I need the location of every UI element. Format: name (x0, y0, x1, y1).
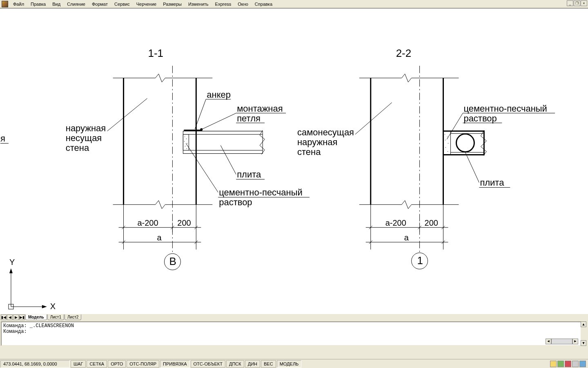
toggle-otrack[interactable]: ОТС-ОБЪЕКТ (191, 360, 225, 368)
hscroll-right[interactable]: ▶ (572, 339, 578, 344)
clipped-text: я (0, 133, 5, 144)
menu-modify[interactable]: Изменить (185, 1, 212, 7)
svg-point-41 (448, 143, 448, 144)
menu-help[interactable]: Справка (252, 1, 276, 7)
tab-nav-next[interactable]: ▶ (13, 314, 19, 320)
svg-point-39 (447, 137, 448, 137)
svg-line-51 (465, 153, 479, 183)
svg-point-44 (456, 134, 474, 152)
vscroll-up[interactable]: ▲ (581, 321, 586, 327)
svg-point-10 (185, 137, 185, 137)
svg-line-20 (201, 113, 236, 130)
svg-line-47 (355, 103, 392, 135)
cleanscreen-icon[interactable] (579, 361, 586, 367)
toggle-ducs[interactable]: ДПСК (226, 360, 244, 368)
menu-express[interactable]: Express (212, 1, 235, 7)
label-anchor: анкер (207, 90, 231, 100)
toggle-snap[interactable]: ШАГ (71, 360, 86, 368)
label-loop-l1: монтажная (237, 103, 283, 114)
tab-sheet1[interactable]: Лист1 (47, 314, 64, 320)
ucs-icon: Y X (9, 258, 56, 311)
close-button[interactable]: × (581, 0, 587, 6)
label-mortar-22-l1: цементно-песчаный (463, 103, 547, 114)
menu-window[interactable]: Окно (234, 1, 252, 7)
svg-point-11 (186, 139, 187, 139)
dim-200-11: 200 (177, 218, 191, 227)
svg-point-15 (187, 148, 187, 149)
command-vscroll[interactable]: ▲ ▼ (581, 321, 587, 346)
menu-view[interactable]: Вид (49, 1, 64, 7)
hscroll-track[interactable] (551, 339, 572, 344)
menu-dimensions[interactable]: Размеры (160, 1, 185, 7)
toggle-osnap[interactable]: ПРИВЯЗКА (160, 360, 189, 368)
svg-rect-37 (443, 131, 451, 155)
toggle-model[interactable]: МОДЕЛЬ (277, 360, 302, 368)
svg-line-25 (186, 144, 218, 193)
svg-point-40 (445, 140, 445, 140)
command-line[interactable]: Команда: _.CLEANSCREENON Команда: ◀ ▶ (1, 321, 587, 346)
tray-icon-2[interactable] (557, 361, 564, 367)
menu-edit[interactable]: Правка (27, 1, 49, 7)
label-mortar-22-l2: раствор (463, 113, 497, 123)
label-mortar-11-l1: цементно-песчаный (219, 187, 302, 197)
tray-icon-4[interactable] (572, 361, 579, 367)
menu-format[interactable]: Формат (89, 1, 111, 7)
command-prompt[interactable]: Команда: (3, 329, 585, 334)
status-tray (550, 361, 588, 367)
label-mortar-11-l2: раствор (219, 197, 252, 207)
svg-text:X: X (50, 302, 56, 311)
tab-nav-last[interactable]: ▶▮ (19, 314, 25, 320)
svg-point-38 (445, 134, 445, 135)
tab-nav-first[interactable]: ▮◀ (1, 314, 7, 320)
menu-bar: Файл Правка Вид Слияние Формат Сервис Че… (0, 0, 588, 8)
label-outer-wall-l3: стена (66, 143, 89, 153)
tab-sheet2[interactable]: Лист2 (65, 314, 81, 320)
label-selfwall-l3: стена (297, 147, 321, 157)
toggle-lwt[interactable]: ВЕС (261, 360, 276, 368)
minimize-button[interactable]: _ (567, 0, 573, 6)
menu-file[interactable]: Файл (10, 1, 27, 7)
command-hscroll[interactable]: ◀ ▶ (546, 339, 578, 344)
svg-point-43 (448, 151, 448, 152)
hscroll-left[interactable]: ◀ (546, 339, 551, 344)
restore-button[interactable]: ❐ (574, 0, 580, 6)
toggle-dyn[interactable]: ДИН (245, 360, 260, 368)
svg-point-13 (187, 143, 187, 144)
svg-point-42 (445, 147, 446, 148)
dim-a-22: а (404, 233, 409, 242)
dim-200-22: 200 (425, 218, 438, 227)
status-bar: 473.0441, 68.1669, 0.0000 ШАГ СЕТКА ОРТО… (0, 359, 588, 368)
menu-merge[interactable]: Слияние (64, 1, 89, 7)
label-outer-wall-l1: наружная (66, 123, 106, 133)
tray-icon-1[interactable] (550, 361, 557, 367)
tab-model[interactable]: Модель (25, 314, 47, 320)
window-controls: _ ❐ × (566, 0, 587, 6)
label-slab-11: плита (237, 169, 261, 180)
dim-a-11: а (157, 233, 162, 242)
svg-line-23 (220, 146, 236, 175)
dim-a200-11: а-200 (138, 218, 158, 227)
menu-draw[interactable]: Черчение (133, 1, 160, 7)
tray-icon-3[interactable] (565, 361, 571, 367)
svg-point-14 (185, 146, 185, 146)
app-icon (2, 1, 8, 7)
svg-line-17 (107, 99, 147, 131)
section11-title: 1-1 (148, 47, 163, 59)
drawing-canvas[interactable]: я 1-1 наружная несущая стена анкер монта… (0, 8, 588, 314)
section22-title: 2-2 (396, 47, 412, 59)
dim-a200-22: а-200 (385, 218, 406, 227)
label-slab-22: плита (480, 177, 504, 188)
vscroll-down[interactable]: ▼ (581, 340, 586, 346)
toggle-ortho[interactable]: ОРТО (108, 360, 126, 368)
status-coords: 473.0441, 68.1669, 0.0000 (0, 360, 70, 368)
toggle-polar[interactable]: ОТС-ПОЛЯР (127, 360, 159, 368)
toggle-grid[interactable]: СЕТКА (87, 360, 107, 368)
label-outer-wall-l2: несущая (66, 133, 102, 143)
svg-rect-9 (183, 135, 189, 150)
command-history-line: Команда: _.CLEANSCREENON (3, 323, 585, 329)
label-selfwall-l2: наружная (297, 137, 337, 147)
label-loop-l2: петля (237, 113, 261, 123)
label-selfwall-l1: самонесущая (297, 127, 354, 137)
tab-nav-prev[interactable]: ◀ (7, 314, 13, 320)
menu-tools[interactable]: Сервис (111, 1, 133, 7)
